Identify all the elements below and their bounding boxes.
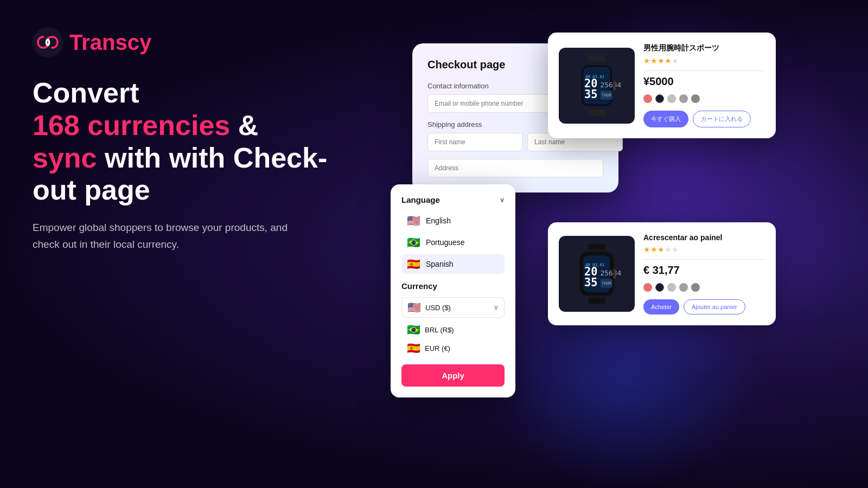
headline: Convert 168 currencies & sync with with …: [33, 77, 336, 207]
logo-row: Transcy: [33, 27, 336, 57]
svg-text:25634: 25634: [600, 80, 621, 88]
color-dot-b5[interactable]: [691, 283, 700, 292]
language-currency-popup: Language ∨ 🇺🇸 English 🇧🇷 Portuguese 🇪🇸 S…: [391, 184, 515, 397]
logo-part2: cy: [127, 30, 152, 54]
chevron-currency-icon: ∨: [494, 304, 499, 311]
product-price-bottom: € 31,77: [643, 264, 765, 277]
currency-brl-text: BRL (R$): [425, 326, 454, 334]
add-to-cart-jp-button[interactable]: カートに入れる: [693, 111, 751, 127]
color-dot-5[interactable]: [691, 94, 700, 103]
headline-convert: Convert: [33, 77, 139, 108]
currency-label: Currency: [401, 281, 437, 291]
language-item-portuguese[interactable]: 🇧🇷 Portuguese: [401, 233, 505, 252]
stars-top: ★★★★★: [643, 56, 765, 65]
first-name-input[interactable]: [427, 133, 523, 151]
color-dots-top: [643, 94, 765, 103]
language-item-spanish[interactable]: 🇪🇸 Spanish: [401, 254, 505, 274]
color-dots-bottom: [643, 283, 765, 292]
buy-now-jp-button[interactable]: 今すぐ購入: [643, 111, 688, 127]
product-info-top: 男性用腕時計スポーツ ★★★★★ ¥5000 今すぐ購入 カートに入れる: [643, 43, 765, 127]
currency-selected-value: 🇺🇸 USD ($): [407, 302, 451, 313]
svg-text:THUR: THUR: [602, 93, 611, 98]
svg-rect-12: [613, 80, 616, 90]
left-panel: Transcy Convert 168 currencies & sync wi…: [33, 27, 336, 253]
product-title-top: 男性用腕時計スポーツ: [643, 43, 765, 53]
currency-usd-text: USD ($): [425, 304, 451, 312]
flag-eur: 🇪🇸: [407, 343, 420, 354]
color-dot-2[interactable]: [655, 94, 664, 103]
flag-usd: 🇺🇸: [407, 302, 421, 313]
subtext: Empower global shoppers to browse your p…: [33, 220, 304, 253]
divider-bottom: [643, 259, 765, 260]
language-label: Language: [401, 195, 440, 204]
right-panel: Checkout page Contact information Shippi…: [380, 16, 868, 472]
color-dot-1[interactable]: [643, 94, 652, 103]
flag-us: 🇺🇸: [407, 215, 420, 226]
headline-sync: sync: [33, 142, 97, 174]
color-dot-b3[interactable]: [667, 283, 676, 292]
product-price-top: ¥5000: [643, 75, 765, 88]
flag-brl: 🇧🇷: [407, 324, 420, 335]
color-dot-b4[interactable]: [679, 283, 688, 292]
address-input[interactable]: [427, 159, 603, 177]
language-item-english[interactable]: 🇺🇸 English: [401, 211, 505, 230]
headline-checkout2: out page: [33, 174, 150, 206]
svg-text:25634: 25634: [600, 269, 621, 277]
buy-fr-button[interactable]: Acheter: [643, 299, 679, 314]
product-title-bottom: Acrescentar ao painel: [643, 233, 765, 242]
svg-rect-24: [613, 269, 616, 279]
product-buttons-bottom: Acheter Ajouter au panier: [643, 299, 765, 314]
color-dot-b2[interactable]: [655, 283, 664, 292]
logo-text: Transcy: [69, 30, 151, 55]
language-portuguese-text: Portuguese: [426, 238, 465, 247]
color-dot-3[interactable]: [667, 94, 676, 103]
currency-item-eur[interactable]: 🇪🇸 EUR (€): [401, 339, 505, 357]
svg-text:35: 35: [584, 276, 597, 289]
currency-select-dropdown[interactable]: 🇺🇸 USD ($) ∨: [401, 297, 505, 318]
stars-bottom: ★★★★★: [643, 245, 765, 254]
svg-rect-2: [588, 110, 605, 115]
flag-br: 🇧🇷: [407, 237, 420, 248]
svg-rect-14: [588, 298, 605, 304]
product-buttons-top: 今すぐ購入 カートに入れる: [643, 111, 765, 127]
currency-section-title: Currency: [401, 281, 505, 291]
svg-text:35: 35: [584, 88, 597, 101]
currency-section: Currency 🇺🇸 USD ($) ∨ 🇧🇷 BRL (R$) 🇪🇸 EUR…: [401, 281, 505, 357]
svg-rect-1: [588, 55, 605, 61]
chevron-down-icon: ∨: [500, 196, 505, 204]
language-spanish-text: Spanish: [426, 260, 454, 268]
headline-ampersand: &: [238, 110, 259, 141]
logo-part1: Trans: [69, 30, 127, 54]
product-image-bottom: AM 03.01 20 25634 35 THUR: [559, 236, 635, 312]
headline-currencies: 168 currencies: [33, 110, 230, 141]
headline-checkout1: with Check-: [169, 142, 327, 174]
apply-button[interactable]: Apply: [401, 364, 505, 387]
language-section-title: Language ∨: [401, 195, 505, 204]
product-card-bottom: AM 03.01 20 25634 35 THUR Acrescentar ao…: [548, 222, 776, 325]
color-dot-b1[interactable]: [643, 283, 652, 292]
product-card-top: AM 03.01 20 25634 35 THUR 男性用腕時計スポーツ ★★★…: [548, 33, 776, 138]
currency-eur-text: EUR (€): [425, 344, 450, 352]
logo-icon: [33, 27, 63, 57]
color-dot-4[interactable]: [679, 94, 688, 103]
add-cart-fr-button[interactable]: Ajouter au panier: [684, 299, 745, 314]
svg-text:THUR: THUR: [602, 281, 611, 286]
divider-top: [643, 70, 765, 71]
svg-rect-13: [588, 244, 605, 250]
headline-with: with: [105, 142, 169, 174]
currency-item-brl[interactable]: 🇧🇷 BRL (R$): [401, 321, 505, 338]
product-info-bottom: Acrescentar ao painel ★★★★★ € 31,77 Ache…: [643, 233, 765, 314]
flag-es: 🇪🇸: [407, 259, 420, 269]
language-english-text: English: [426, 216, 451, 225]
product-image-top: AM 03.01 20 25634 35 THUR: [559, 48, 635, 124]
